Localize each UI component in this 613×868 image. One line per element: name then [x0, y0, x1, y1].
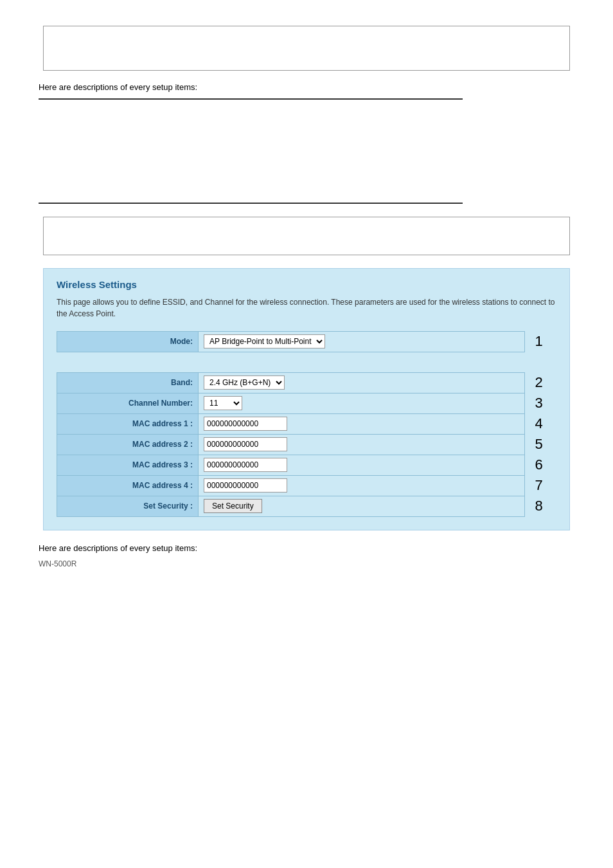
- table-row: Set Security : Set Security 8: [57, 496, 557, 516]
- mode-select[interactable]: AP Bridge-Point to Multi-Point: [204, 334, 325, 348]
- mac1-label: MAC address 1 :: [57, 413, 199, 434]
- number-7: 7: [524, 475, 556, 496]
- wireless-form-table: Mode: AP Bridge-Point to Multi-Point 1 B…: [57, 331, 556, 517]
- mode-input-cell: AP Bridge-Point to Multi-Point: [199, 331, 525, 352]
- mac2-input[interactable]: [204, 437, 287, 451]
- set-security-label: Set Security :: [57, 496, 199, 516]
- mac4-input[interactable]: [204, 478, 287, 493]
- mac4-label: MAC address 4 :: [57, 475, 199, 496]
- body-para-2: [39, 129, 574, 142]
- table-row: MAC address 2 : 5: [57, 434, 557, 455]
- set-security-cell: Set Security: [199, 496, 525, 516]
- desc-text-2: Here are descriptions of every setup ite…: [39, 543, 574, 553]
- desc-text-1: Here are descriptions of every setup ite…: [39, 82, 574, 92]
- channel-select[interactable]: 11: [204, 396, 242, 410]
- body-para-4: [39, 165, 574, 179]
- number-3: 3: [524, 393, 556, 413]
- top-info-box: [43, 26, 570, 71]
- mac3-input[interactable]: [204, 458, 287, 472]
- divider-1: [39, 98, 463, 100]
- mac3-label: MAC address 3 :: [57, 455, 199, 475]
- channel-input-cell: 11: [199, 393, 525, 413]
- table-row: Mode: AP Bridge-Point to Multi-Point 1: [57, 331, 557, 352]
- channel-label: Channel Number:: [57, 393, 199, 413]
- mac1-input-cell: [199, 413, 525, 434]
- divider-2: [39, 203, 463, 204]
- band-label: Band:: [57, 372, 199, 393]
- wireless-settings-panel: Wireless Settings This page allows you t…: [43, 268, 570, 530]
- mid-info-box: [43, 217, 570, 255]
- mode-label: Mode:: [57, 331, 199, 352]
- number-5: 5: [524, 434, 556, 455]
- mac1-input[interactable]: [204, 417, 287, 431]
- table-row: Channel Number: 11 3: [57, 393, 557, 413]
- table-row: Band: 2.4 GHz (B+G+N) 2: [57, 372, 557, 393]
- table-row: MAC address 1 : 4: [57, 413, 557, 434]
- number-2: 2: [524, 372, 556, 393]
- body-para-3: [39, 147, 574, 161]
- number-1: 1: [524, 331, 556, 352]
- number-6: 6: [524, 455, 556, 475]
- mac3-input-cell: [199, 455, 525, 475]
- band-select[interactable]: 2.4 GHz (B+G+N): [204, 375, 285, 390]
- model-label: WN-5000R: [39, 559, 574, 568]
- wireless-panel-desc: This page allows you to define ESSID, an…: [57, 296, 556, 320]
- mac2-label: MAC address 2 :: [57, 434, 199, 455]
- body-para-5: [39, 184, 574, 197]
- mac2-input-cell: [199, 434, 525, 455]
- table-row: MAC address 3 : 6: [57, 455, 557, 475]
- band-input-cell: 2.4 GHz (B+G+N): [199, 372, 525, 393]
- table-row: MAC address 4 : 7: [57, 475, 557, 496]
- set-security-button[interactable]: Set Security: [204, 499, 262, 513]
- number-8: 8: [524, 496, 556, 516]
- mac4-input-cell: [199, 475, 525, 496]
- number-4: 4: [524, 413, 556, 434]
- wireless-panel-title: Wireless Settings: [57, 279, 556, 290]
- body-para-1: [39, 110, 574, 123]
